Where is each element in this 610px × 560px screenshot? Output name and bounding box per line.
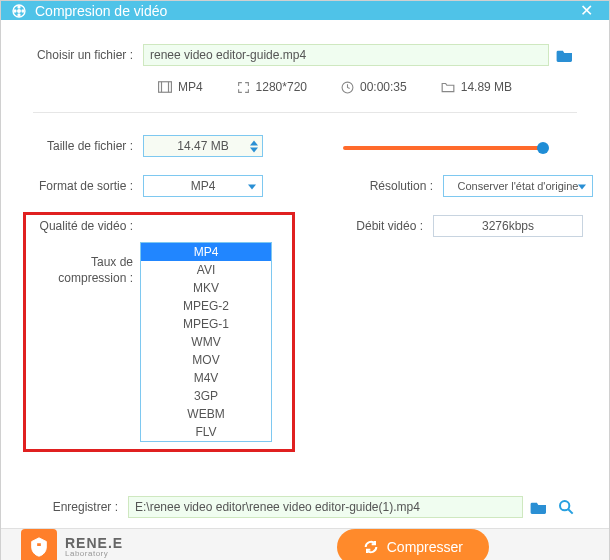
meta-dimensions-value: 1280*720: [256, 80, 307, 94]
format-option[interactable]: MOV: [141, 351, 271, 369]
slider-thumb[interactable]: [537, 142, 549, 154]
content-area: Choisir un fichier : renee video editor-…: [1, 20, 609, 528]
svg-rect-6: [158, 82, 171, 93]
svg-point-10: [560, 501, 569, 510]
chevron-down-icon: [250, 147, 258, 153]
film-icon: [11, 3, 27, 19]
compress-button[interactable]: Compresser: [337, 529, 489, 560]
spinner-arrows[interactable]: [250, 140, 258, 153]
resolution-value: Conserver l'état d'origine: [458, 180, 579, 192]
format-option[interactable]: M4V: [141, 369, 271, 387]
format-option[interactable]: AVI: [141, 261, 271, 279]
app-window: Compresion de vidéo ✕ Choisir un fichier…: [0, 0, 610, 560]
clock-icon: [341, 81, 354, 94]
format-option[interactable]: MPEG-2: [141, 297, 271, 315]
format-option[interactable]: WEBM: [141, 405, 271, 423]
save-browse-button[interactable]: [527, 496, 551, 518]
bitrate-label: Débit vidéo :: [343, 219, 423, 233]
meta-format-value: MP4: [178, 80, 203, 94]
logo-text: RENE.E Laboratory: [65, 536, 123, 558]
meta-size-value: 14.89 MB: [461, 80, 512, 94]
file-meta-row: MP4 1280*720 00:00:35 14.89 MB: [33, 80, 577, 94]
meta-size: 14.89 MB: [441, 80, 512, 94]
format-value: MP4: [191, 179, 216, 193]
save-path-input[interactable]: E:\renee video editor\renee video editor…: [128, 496, 523, 518]
format-option[interactable]: WMV: [141, 333, 271, 351]
folder-icon: [530, 500, 548, 514]
divider: [33, 112, 577, 113]
choose-file-row: Choisir un fichier : renee video editor-…: [33, 44, 577, 66]
size-slider[interactable]: [343, 146, 543, 150]
logo-badge-icon: [21, 529, 57, 560]
footer: RENE.E Laboratory Compresser: [1, 528, 609, 560]
refresh-icon: [363, 539, 379, 555]
settings-grid: Taille de fichier : 14.47 MB Format de s…: [33, 135, 577, 286]
file-input-value: renee video editor-guide.mp4: [150, 48, 306, 62]
svg-point-5: [14, 10, 16, 12]
bitrate-field: Débit vidéo : 3276kbps: [343, 215, 593, 237]
browse-button[interactable]: [553, 44, 577, 66]
save-search-button[interactable]: [555, 496, 577, 518]
svg-point-2: [18, 6, 20, 8]
chevron-down-icon: [248, 179, 256, 193]
bitrate-value-box: 3276kbps: [433, 215, 583, 237]
svg-point-4: [18, 14, 20, 16]
film-strip-icon: [158, 81, 172, 93]
format-option[interactable]: MKV: [141, 279, 271, 297]
save-row: Enregistrer : E:\renee video editor\rene…: [33, 496, 577, 518]
chevron-up-icon: [250, 140, 258, 146]
svg-point-1: [18, 9, 21, 12]
file-input[interactable]: renee video editor-guide.mp4: [143, 44, 549, 66]
meta-dimensions: 1280*720: [237, 80, 307, 94]
compress-button-label: Compresser: [387, 539, 463, 555]
file-size-label: Taille de fichier :: [33, 139, 133, 153]
logo-sub: Laboratory: [65, 550, 123, 558]
size-slider-wrap: [343, 143, 593, 150]
resolution-label: Résolution :: [343, 179, 433, 193]
quality-label: Qualité de vidéo :: [33, 219, 133, 233]
save-path-value: E:\renee video editor\renee video editor…: [135, 500, 420, 514]
format-dropdown-list[interactable]: MP4AVIMKVMPEG-2MPEG-1WMVMOVM4V3GPWEBMFLV: [140, 242, 272, 442]
file-size-value: 14.47 MB: [177, 139, 228, 153]
save-label: Enregistrer :: [33, 500, 118, 514]
expand-icon: [237, 81, 250, 94]
quality-field: Qualité de vidéo :: [33, 219, 303, 233]
format-option[interactable]: FLV: [141, 423, 271, 441]
format-option[interactable]: 3GP: [141, 387, 271, 405]
chevron-down-icon: [578, 179, 586, 193]
format-option[interactable]: MP4: [141, 243, 271, 261]
meta-format: MP4: [158, 80, 203, 94]
logo-main: RENE.E: [65, 536, 123, 550]
compression-label: Taux de compression :: [33, 255, 133, 286]
search-icon: [558, 499, 574, 515]
choose-file-label: Choisir un fichier :: [33, 48, 133, 62]
close-button[interactable]: ✕: [574, 1, 599, 20]
format-label: Format de sortie :: [33, 179, 133, 193]
resolution-select[interactable]: Conserver l'état d'origine: [443, 175, 593, 197]
format-field: Format de sortie : MP4: [33, 175, 303, 197]
meta-duration-value: 00:00:35: [360, 80, 407, 94]
resolution-field: Résolution : Conserver l'état d'origine: [343, 175, 593, 197]
svg-point-3: [22, 10, 24, 12]
file-size-field: Taille de fichier : 14.47 MB: [33, 135, 303, 157]
format-select[interactable]: MP4: [143, 175, 263, 197]
file-size-spinner[interactable]: 14.47 MB: [143, 135, 263, 157]
folder-icon: [556, 48, 574, 62]
meta-duration: 00:00:35: [341, 80, 407, 94]
titlebar: Compresion de vidéo ✕: [1, 1, 609, 20]
bitrate-value: 3276kbps: [482, 219, 534, 233]
format-option[interactable]: MPEG-1: [141, 315, 271, 333]
window-title: Compresion de vidéo: [35, 3, 167, 19]
svg-line-11: [568, 509, 573, 514]
logo: RENE.E Laboratory: [21, 529, 123, 560]
folder-outline-icon: [441, 81, 455, 93]
